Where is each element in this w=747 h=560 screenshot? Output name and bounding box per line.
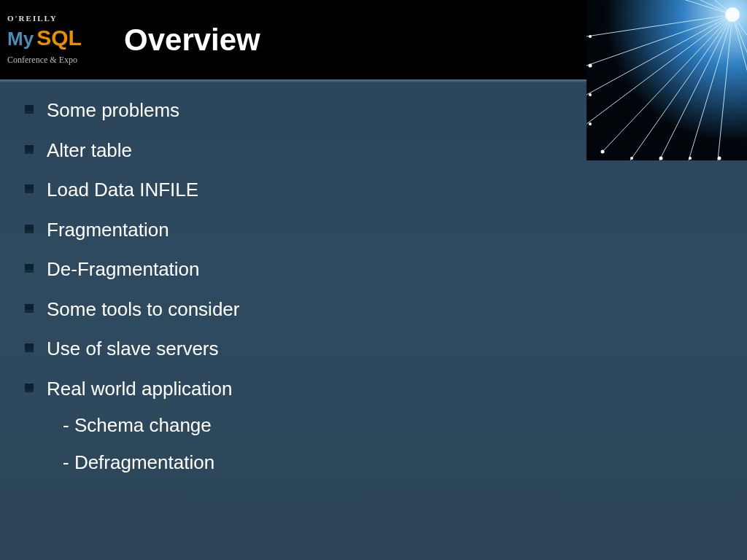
- bullet-text: Some problems: [47, 99, 179, 121]
- bullet-list: Some problems Alter table Load Data INFI…: [22, 98, 725, 474]
- list-item: Use of slave servers: [22, 337, 725, 361]
- list-item: Some problems: [22, 98, 725, 122]
- logo-conference-text: Conference & Expo: [7, 55, 109, 66]
- slide: O'REILLY MySQL Conference & Expo Overvie…: [0, 0, 747, 560]
- bullet-text: Fragmentation: [47, 219, 169, 241]
- list-item: Alter table: [22, 139, 725, 163]
- list-item: Fragmentation: [22, 218, 725, 242]
- list-item: Real world application - Schema change -…: [22, 377, 725, 475]
- bullet-text: Some tools to consider: [47, 298, 239, 320]
- header-bar: O'REILLY MySQL Conference & Expo Overvie…: [0, 0, 747, 79]
- bullet-text: Load Data INFILE: [47, 179, 198, 201]
- list-item: Some tools to consider: [22, 298, 725, 322]
- sub-list-item: - Schema change: [63, 413, 725, 438]
- logo-block: O'REILLY MySQL Conference & Expo: [0, 0, 117, 79]
- logo-sql-text: SQL: [36, 26, 82, 50]
- logo-oreilly-text: O'REILLY: [7, 14, 109, 23]
- sub-list-item: - Defragmentation: [63, 451, 725, 475]
- bullet-text: Real world application: [47, 378, 232, 400]
- logo-my-text: My: [7, 28, 34, 50]
- logo-mysql: MySQL: [7, 26, 109, 50]
- sub-list: - Schema change - Defragmentation: [63, 413, 725, 474]
- bullet-text: De-Fragmentation: [47, 258, 200, 280]
- svg-point-22: [589, 93, 592, 96]
- bullet-text: Alter table: [47, 139, 132, 161]
- list-item: De-Fragmentation: [22, 257, 725, 281]
- page-title: Overview: [124, 23, 260, 58]
- list-item: Load Data INFILE: [22, 178, 725, 202]
- content-area: Some problems Alter table Load Data INFI…: [22, 98, 725, 490]
- bullet-text: Use of slave servers: [47, 338, 219, 359]
